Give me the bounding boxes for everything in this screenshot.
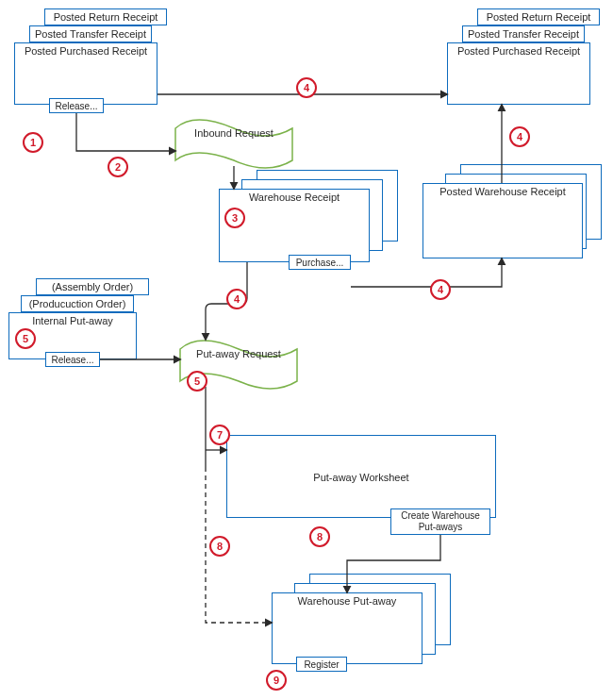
step-1: 1 [23, 132, 43, 153]
step-4c: 4 [226, 289, 247, 309]
step-9: 9 [266, 670, 287, 691]
step-4a: 4 [296, 77, 317, 98]
step-8b: 8 [209, 536, 230, 557]
step-3: 3 [224, 208, 245, 228]
connectors [0, 0, 613, 700]
step-2: 2 [108, 157, 128, 177]
step-8a: 8 [309, 526, 330, 547]
step-4d: 4 [430, 279, 451, 300]
step-5b: 5 [187, 371, 207, 392]
step-5a: 5 [15, 328, 36, 349]
step-7: 7 [209, 425, 230, 445]
step-4b: 4 [509, 126, 530, 147]
